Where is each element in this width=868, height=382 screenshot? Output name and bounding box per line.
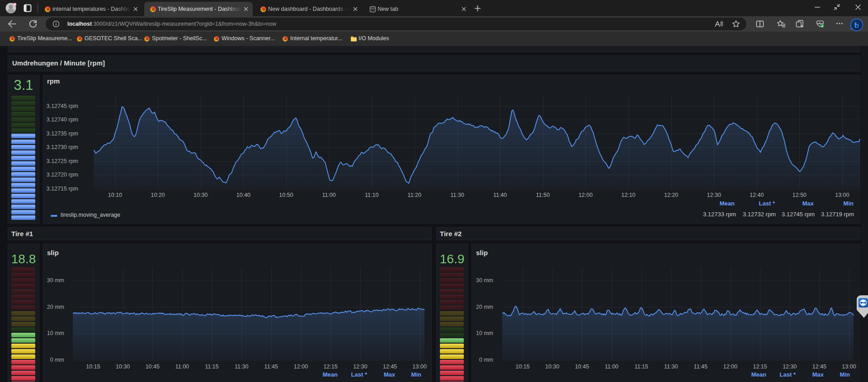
svg-text:b: b xyxy=(854,21,859,30)
